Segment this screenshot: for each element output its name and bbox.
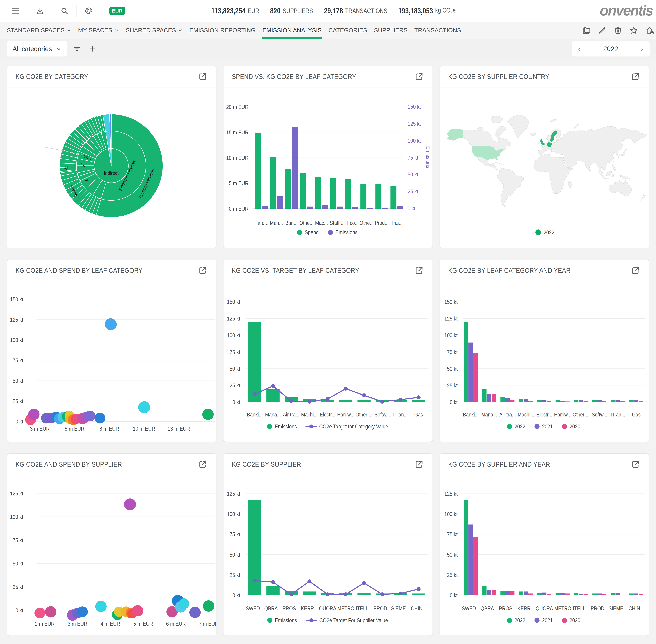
svg-text:0 kt: 0 kt bbox=[16, 418, 23, 425]
svg-text:2020: 2020 bbox=[570, 423, 580, 430]
svg-text:0 m EUR: 0 m EUR bbox=[229, 206, 248, 212]
svg-text:75 kt: 75 kt bbox=[447, 531, 458, 537]
svg-text:2021: 2021 bbox=[542, 423, 553, 430]
svg-text:75 kt: 75 kt bbox=[229, 349, 240, 355]
svg-text:50 kt: 50 kt bbox=[229, 552, 240, 558]
svg-text:Othe...: Othe... bbox=[359, 220, 374, 226]
svg-text:20 m EUR: 20 m EUR bbox=[226, 104, 248, 110]
svg-text:Other ...: Other ... bbox=[573, 412, 590, 418]
svg-text:Mac...: Mac... bbox=[315, 220, 328, 226]
svg-text:Spend: Spend bbox=[305, 229, 319, 235]
svg-text:PROD...: PROD... bbox=[591, 605, 608, 612]
svg-text:Softw...: Softw... bbox=[374, 412, 390, 418]
svg-text:0 kt: 0 kt bbox=[408, 206, 416, 212]
svg-text:100 kt: 100 kt bbox=[227, 511, 240, 517]
svg-text:0 kt: 0 kt bbox=[16, 607, 23, 614]
svg-text:Gas: Gas bbox=[414, 412, 423, 418]
svg-text:CO2e Target For Supplier Value: CO2e Target For Supplier Value bbox=[319, 617, 388, 623]
svg-text:25 kt: 25 kt bbox=[229, 383, 240, 389]
svg-text:125 kt: 125 kt bbox=[10, 317, 23, 323]
svg-text:125 kt: 125 kt bbox=[444, 316, 458, 322]
svg-text:Othe...: Othe... bbox=[299, 220, 313, 226]
svg-text:150 kt: 150 kt bbox=[10, 296, 23, 302]
svg-text:Other ...: Other ... bbox=[355, 412, 373, 418]
svg-text:Trai...: Trai... bbox=[391, 220, 403, 226]
svg-text:4 m EUR: 4 m EUR bbox=[101, 621, 120, 627]
svg-text:Banki...: Banki... bbox=[247, 412, 263, 418]
svg-text:SWED...: SWED... bbox=[246, 605, 264, 612]
svg-text:Machi...: Machi... bbox=[518, 412, 534, 418]
svg-text:100 kt: 100 kt bbox=[444, 511, 458, 517]
svg-text:Mana...: Mana... bbox=[481, 412, 497, 418]
svg-text:KERR...: KERR... bbox=[301, 605, 318, 612]
svg-text:100 kt: 100 kt bbox=[227, 332, 240, 338]
svg-text:Emissions: Emissions bbox=[335, 229, 357, 235]
svg-text:QBRA...: QBRA... bbox=[481, 605, 498, 612]
svg-text:10 m EUR: 10 m EUR bbox=[133, 426, 155, 432]
svg-text:PROD...: PROD... bbox=[373, 605, 391, 612]
svg-text:Hardw...: Hardw... bbox=[337, 412, 354, 418]
svg-text:25 kt: 25 kt bbox=[13, 584, 23, 590]
svg-text:Man...: Man... bbox=[270, 220, 283, 226]
svg-text:IT co...: IT co... bbox=[344, 220, 359, 226]
svg-text:METRO: METRO bbox=[554, 605, 571, 612]
svg-text:Prod...: Prod... bbox=[375, 220, 389, 226]
svg-text:Co...: Co... bbox=[84, 177, 93, 183]
svg-text:2020: 2020 bbox=[570, 617, 580, 623]
svg-text:Electr...: Electr... bbox=[320, 412, 335, 418]
svg-text:Indirect: Indirect bbox=[104, 170, 118, 176]
svg-text:Banki...: Banki... bbox=[463, 412, 479, 418]
svg-text:IT an...: IT an... bbox=[611, 412, 625, 418]
svg-text:50 kt: 50 kt bbox=[447, 552, 458, 558]
svg-text:2022: 2022 bbox=[544, 229, 554, 235]
svg-text:IT an...: IT an... bbox=[393, 412, 408, 418]
svg-text:PROS...: PROS... bbox=[499, 605, 516, 612]
svg-text:150 kt: 150 kt bbox=[227, 299, 240, 305]
svg-text:QUORA: QUORA bbox=[319, 605, 336, 612]
svg-text:10 m EUR: 10 m EUR bbox=[226, 155, 248, 161]
svg-text:25 kt: 25 kt bbox=[13, 398, 23, 404]
svg-text:7 m EUR: 7 m EUR bbox=[199, 621, 216, 627]
svg-text:Hard...: Hard... bbox=[254, 220, 268, 226]
svg-text:125 kt: 125 kt bbox=[227, 316, 240, 322]
svg-text:125 kt: 125 kt bbox=[444, 491, 458, 497]
svg-text:PROS...: PROS... bbox=[283, 605, 300, 612]
svg-text:100 kt: 100 kt bbox=[10, 514, 23, 520]
svg-text:KERR...: KERR... bbox=[518, 605, 534, 612]
svg-text:Softw...: Softw... bbox=[592, 412, 607, 418]
svg-text:50 kt: 50 kt bbox=[408, 171, 418, 178]
svg-text:150 kt: 150 kt bbox=[444, 299, 458, 305]
svg-text:2022: 2022 bbox=[515, 423, 525, 430]
svg-text:5 m EUR: 5 m EUR bbox=[133, 621, 153, 627]
svg-text:0 kt: 0 kt bbox=[233, 399, 240, 405]
svg-text:25 kt: 25 kt bbox=[447, 383, 458, 389]
svg-text:75 kt: 75 kt bbox=[13, 537, 23, 544]
svg-text:2022: 2022 bbox=[515, 617, 525, 623]
svg-text:2021: 2021 bbox=[542, 617, 553, 623]
svg-text:SWED...: SWED... bbox=[462, 605, 480, 612]
svg-text:METRO: METRO bbox=[337, 605, 354, 612]
svg-text:QBRA...: QBRA... bbox=[264, 605, 282, 612]
svg-text:3 m EUR: 3 m EUR bbox=[30, 426, 50, 432]
svg-text:50 kt: 50 kt bbox=[13, 378, 23, 384]
svg-text:8 m EUR: 8 m EUR bbox=[100, 426, 119, 432]
svg-text:Mana...: Mana... bbox=[265, 412, 281, 418]
svg-text:100 kt: 100 kt bbox=[10, 337, 23, 343]
svg-text:Emissions: Emissions bbox=[275, 617, 297, 623]
svg-text:CO2e Target for Category Value: CO2e Target for Category Value bbox=[319, 423, 388, 430]
svg-text:25 kt: 25 kt bbox=[408, 188, 418, 194]
svg-text:0 kt: 0 kt bbox=[233, 592, 240, 598]
svg-text:50 kt: 50 kt bbox=[447, 366, 458, 372]
svg-text:6 m EUR: 6 m EUR bbox=[166, 621, 186, 627]
svg-text:3 m EUR: 3 m EUR bbox=[68, 621, 87, 627]
svg-text:Hardw...: Hardw... bbox=[554, 412, 571, 418]
svg-text:Machi...: Machi... bbox=[301, 412, 318, 418]
svg-text:2 m EUR: 2 m EUR bbox=[35, 621, 54, 627]
svg-text:50 kt: 50 kt bbox=[229, 366, 240, 372]
svg-text:Staff...: Staff... bbox=[330, 220, 343, 226]
svg-text:SIEME...: SIEME... bbox=[609, 605, 627, 612]
svg-text:25 kt: 25 kt bbox=[229, 572, 240, 578]
svg-text:CHIN...: CHIN... bbox=[411, 605, 427, 612]
svg-text:Air tra...: Air tra... bbox=[499, 412, 516, 418]
svg-text:QUORA: QUORA bbox=[536, 605, 553, 612]
